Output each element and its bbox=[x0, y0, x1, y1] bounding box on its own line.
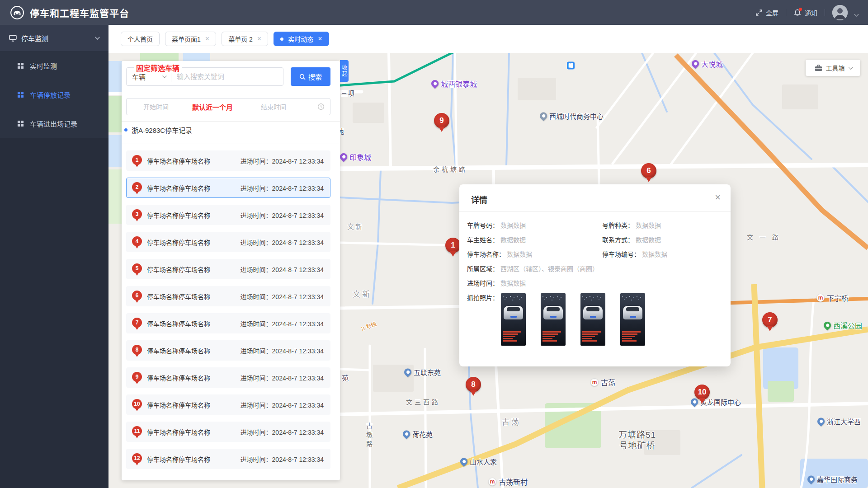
parking-record-item[interactable]: 8停车场名称停车场名称进场时间：2024-8-7 12:33:34 bbox=[126, 340, 330, 361]
entry-time: 进场时间：2024-8-7 12:33:34 bbox=[241, 373, 324, 382]
sidebar-group-parking-monitor[interactable]: 停车监测 bbox=[0, 25, 108, 51]
end-time-placeholder[interactable]: 结束时间 bbox=[240, 102, 307, 111]
map-label: 苑 bbox=[342, 373, 349, 382]
toolbox-button[interactable]: 工具箱 bbox=[806, 60, 860, 76]
parking-record-item[interactable]: 5停车场名称停车场名称进场时间：2024-8-7 12:33:34 bbox=[126, 259, 330, 279]
field-value: 数据数据 bbox=[500, 279, 526, 288]
map-label: m古荡新村 bbox=[488, 476, 528, 487]
record-pin-icon: 10 bbox=[132, 399, 142, 409]
map-marker-1[interactable]: 1 bbox=[445, 238, 461, 253]
notification-button[interactable]: 通知 bbox=[793, 8, 817, 17]
field-value: 数据数据 bbox=[642, 250, 667, 259]
fullscreen-button[interactable]: 全屏 bbox=[755, 8, 778, 17]
parking-record-item[interactable]: 2停车场名称停车场名称进场时间：2024-8-7 12:33:34 bbox=[126, 178, 330, 198]
tab[interactable]: 菜单页面1× bbox=[165, 32, 216, 46]
map-label: 五联东苑 bbox=[404, 367, 441, 377]
map-label: 西城时代商务中心 bbox=[540, 111, 604, 121]
vehicle-snapshot-1[interactable] bbox=[501, 293, 526, 346]
start-time-placeholder[interactable]: 开始时间 bbox=[127, 102, 185, 111]
chevron-down-icon[interactable] bbox=[854, 12, 859, 17]
field-value: 西湖区（辖区）、银泰商圈（商圈） bbox=[500, 264, 599, 273]
pin-number: 7 bbox=[136, 319, 139, 326]
search-button[interactable]: 搜索 bbox=[291, 67, 330, 86]
fullscreen-icon bbox=[755, 9, 763, 16]
field-label: 联系方式： bbox=[602, 235, 634, 244]
divider bbox=[122, 92, 340, 92]
car-shape-icon bbox=[623, 306, 642, 319]
map-label-text: 文三西路 bbox=[406, 397, 440, 406]
chevron-down-icon bbox=[95, 35, 100, 40]
parking-record-item[interactable]: 12停车场名称停车场名称进场时间：2024-8-7 12:33:34 bbox=[126, 449, 330, 469]
vehicle-snapshot-2[interactable] bbox=[541, 293, 566, 346]
popup-header: 详情 × bbox=[459, 184, 731, 212]
ocr-line bbox=[542, 338, 552, 339]
parking-record-item[interactable]: 4停车场名称停车场名称进场时间：2024-8-7 12:33:34 bbox=[126, 232, 330, 252]
parking-lot-name: 停车场名称停车场名称 bbox=[147, 183, 236, 192]
map-label-text: 古荡新村 bbox=[499, 476, 528, 487]
close-icon[interactable]: × bbox=[205, 35, 209, 42]
parking-record-item[interactable]: 11停车场名称停车场名称进场时间：2024-8-7 12:33:34 bbox=[126, 422, 330, 442]
map-marker-7[interactable]: 7 bbox=[762, 312, 778, 328]
parking-lot-name: 停车场名称停车场名称 bbox=[147, 427, 236, 436]
tab[interactable]: 菜单页 2× bbox=[222, 32, 268, 46]
map-marker-6[interactable]: 6 bbox=[641, 163, 656, 178]
marker-number: 9 bbox=[439, 116, 443, 125]
ocr-line bbox=[622, 333, 637, 335]
map-marker-8[interactable]: 8 bbox=[466, 377, 481, 392]
date-range-picker[interactable]: 开始时间 默认近一个月 结束时间 bbox=[126, 98, 330, 115]
briefcase-icon bbox=[815, 65, 822, 71]
map-label: m古荡 bbox=[590, 377, 615, 388]
vehicle-snapshot-4[interactable] bbox=[620, 293, 645, 346]
parking-record-item[interactable]: 9停车场名称停车场名称进场时间：2024-8-7 12:33:34 bbox=[126, 367, 330, 388]
grid-icon bbox=[17, 120, 24, 127]
sidebar-item[interactable]: 车辆进出场记录 bbox=[0, 109, 108, 138]
user-avatar[interactable] bbox=[832, 5, 848, 20]
divider bbox=[786, 9, 786, 16]
tab-label: 菜单页 2 bbox=[228, 34, 253, 43]
parking-record-item[interactable]: 10停车场名称停车场名称进场时间：2024-8-7 12:33:34 bbox=[126, 394, 330, 415]
map-label: 城西银泰城 bbox=[431, 78, 477, 89]
record-list-title: 浙A·9283C停车记录 bbox=[132, 125, 192, 135]
vehicle-snapshot-3[interactable] bbox=[580, 293, 605, 346]
pin-number: 10 bbox=[134, 401, 140, 407]
sidebar-item[interactable]: 车辆停放记录 bbox=[0, 80, 108, 109]
field-value: 数据数据 bbox=[500, 235, 526, 244]
close-icon[interactable]: × bbox=[257, 35, 261, 42]
map-marker-10[interactable]: 10 bbox=[694, 385, 710, 400]
parking-record-item[interactable]: 6停车场名称停车场名称进场时间：2024-8-7 12:33:34 bbox=[126, 286, 330, 306]
record-pin-icon: 6 bbox=[132, 291, 142, 300]
ocr-line bbox=[503, 333, 518, 335]
map-label-text: 余杭塘路 bbox=[433, 164, 467, 174]
collapse-panel-button[interactable]: 收起 bbox=[340, 60, 349, 82]
map-marker-9[interactable]: 9 bbox=[434, 113, 449, 128]
search-type-value: 车辆 bbox=[132, 72, 146, 81]
detail-field: 联系方式：数据数据 bbox=[602, 235, 719, 244]
close-icon[interactable]: × bbox=[715, 192, 721, 202]
parking-record-item[interactable]: 3停车场名称停车场名称进场时间：2024-8-7 12:33:34 bbox=[126, 205, 330, 225]
sidebar-nav: 实时监测车辆停放记录车辆进出场记录 bbox=[0, 51, 108, 138]
ocr-text-lines bbox=[542, 331, 564, 343]
map-label-text: 大悦城 bbox=[701, 58, 723, 69]
map-label: 文新 bbox=[347, 221, 363, 231]
metro-station-icon: m bbox=[816, 294, 825, 302]
search-type-select[interactable]: 车辆 bbox=[127, 72, 171, 81]
poi-pin-icon bbox=[403, 367, 413, 377]
record-pin-icon: 3 bbox=[132, 209, 142, 219]
tab[interactable]: 实时动态× bbox=[274, 32, 329, 46]
search-input[interactable] bbox=[171, 73, 283, 80]
ocr-line bbox=[582, 336, 595, 337]
poi-pin-icon bbox=[806, 474, 816, 484]
active-dot-icon bbox=[280, 38, 283, 41]
pin-number: 3 bbox=[136, 211, 139, 217]
parking-record-item[interactable]: 7停车场名称停车场名称进场时间：2024-8-7 12:33:34 bbox=[126, 313, 330, 333]
field-value: 数据数据 bbox=[507, 250, 532, 259]
sidebar-item[interactable]: 实时监测 bbox=[0, 51, 108, 80]
clock-icon bbox=[317, 103, 325, 110]
map-label-text: 嘉华国际商务 bbox=[817, 474, 858, 484]
search-button-label: 搜索 bbox=[308, 72, 322, 81]
tab[interactable]: 个人首页 bbox=[121, 32, 160, 46]
fixed-filter-annotation: 固定筛选车辆 bbox=[134, 62, 182, 73]
poi-pin-icon bbox=[459, 456, 469, 467]
parking-record-item[interactable]: 1停车场名称停车场名称进场时间：2024-8-7 12:33:34 bbox=[126, 150, 330, 171]
close-icon[interactable]: × bbox=[318, 35, 322, 42]
